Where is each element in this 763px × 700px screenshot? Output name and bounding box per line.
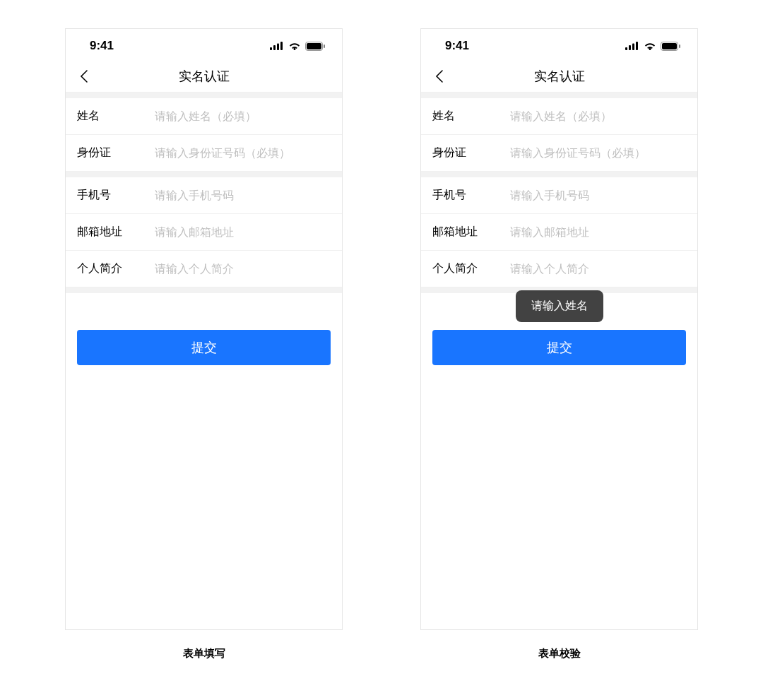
toast-message: 请输入姓名 bbox=[516, 290, 603, 322]
svg-rect-13 bbox=[679, 45, 680, 48]
svg-rect-8 bbox=[629, 45, 631, 50]
input-idcard[interactable] bbox=[155, 147, 331, 160]
back-button[interactable] bbox=[430, 66, 449, 86]
battery-icon bbox=[305, 42, 325, 51]
nav-bar: 实名认证 bbox=[421, 60, 697, 93]
row-email: 邮箱地址 bbox=[421, 214, 697, 251]
status-bar: 9:41 bbox=[421, 29, 697, 60]
back-button[interactable] bbox=[74, 66, 94, 86]
chevron-left-icon bbox=[80, 69, 88, 83]
label-bio: 个人简介 bbox=[77, 261, 155, 276]
svg-rect-0 bbox=[270, 47, 272, 50]
page-title: 实名认证 bbox=[449, 68, 669, 85]
page-title: 实名认证 bbox=[94, 68, 314, 85]
input-name[interactable] bbox=[155, 110, 331, 123]
row-idcard: 身份证 bbox=[421, 135, 697, 172]
row-bio: 个人简介 bbox=[421, 251, 697, 287]
caption-left: 表单填写 bbox=[183, 647, 225, 660]
svg-rect-3 bbox=[280, 42, 283, 50]
section-gap bbox=[66, 172, 342, 177]
label-email: 邮箱地址 bbox=[77, 225, 155, 239]
label-bio: 个人简介 bbox=[432, 261, 510, 276]
wifi-icon bbox=[288, 42, 301, 50]
section-gap bbox=[421, 93, 697, 98]
input-bio[interactable] bbox=[155, 263, 331, 275]
section-gap bbox=[66, 93, 342, 98]
input-email[interactable] bbox=[510, 226, 686, 239]
section-gap bbox=[421, 172, 697, 177]
label-name: 姓名 bbox=[432, 109, 510, 124]
cellular-icon bbox=[625, 42, 639, 50]
input-bio[interactable] bbox=[510, 263, 686, 275]
submit-button[interactable]: 提交 bbox=[77, 330, 331, 365]
status-bar: 9:41 bbox=[66, 29, 342, 60]
row-email: 邮箱地址 bbox=[66, 214, 342, 251]
svg-rect-12 bbox=[662, 43, 677, 49]
phone-form-validate: 9:41 实名认证 姓名 身份证 手机号 邮箱地址 bbox=[420, 28, 698, 630]
label-idcard: 身份证 bbox=[432, 146, 510, 160]
cellular-icon bbox=[270, 42, 284, 50]
nav-bar: 实名认证 bbox=[66, 60, 342, 93]
svg-rect-5 bbox=[307, 43, 321, 49]
svg-rect-6 bbox=[324, 45, 325, 48]
label-phone: 手机号 bbox=[77, 188, 155, 203]
label-idcard: 身份证 bbox=[77, 146, 155, 160]
row-name: 姓名 bbox=[421, 98, 697, 135]
row-bio: 个人简介 bbox=[66, 251, 342, 287]
svg-rect-9 bbox=[632, 44, 634, 51]
status-time: 9:41 bbox=[445, 39, 469, 53]
status-icons bbox=[625, 42, 680, 51]
status-icons bbox=[270, 42, 325, 51]
submit-button[interactable]: 提交 bbox=[432, 330, 686, 365]
row-name: 姓名 bbox=[66, 98, 342, 135]
svg-rect-1 bbox=[273, 45, 276, 50]
phone-form-fill: 9:41 实名认证 姓名 身份证 手机号 邮箱地址 bbox=[65, 28, 343, 630]
input-name[interactable] bbox=[510, 110, 686, 123]
label-email: 邮箱地址 bbox=[432, 225, 510, 239]
input-phone[interactable] bbox=[510, 189, 686, 202]
section-gap bbox=[66, 287, 342, 293]
row-phone: 手机号 bbox=[421, 177, 697, 214]
input-phone[interactable] bbox=[155, 189, 331, 202]
svg-rect-10 bbox=[636, 42, 638, 50]
label-name: 姓名 bbox=[77, 109, 155, 124]
label-phone: 手机号 bbox=[432, 188, 510, 203]
chevron-left-icon bbox=[435, 69, 444, 83]
row-phone: 手机号 bbox=[66, 177, 342, 214]
svg-rect-7 bbox=[625, 47, 627, 50]
svg-rect-2 bbox=[277, 44, 279, 51]
status-time: 9:41 bbox=[90, 39, 114, 53]
input-idcard[interactable] bbox=[510, 147, 686, 160]
wifi-icon bbox=[644, 42, 656, 50]
input-email[interactable] bbox=[155, 226, 331, 239]
caption-right: 表单校验 bbox=[538, 647, 581, 660]
battery-icon bbox=[661, 42, 680, 51]
row-idcard: 身份证 bbox=[66, 135, 342, 172]
